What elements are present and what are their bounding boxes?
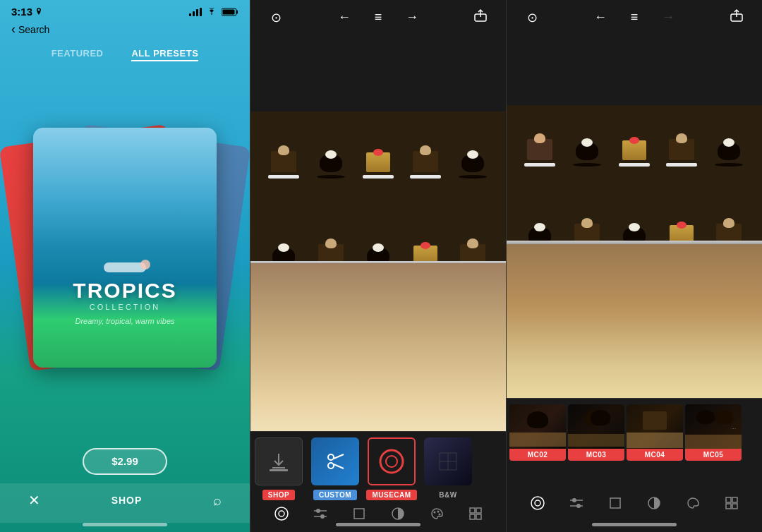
custom-thumb xyxy=(311,437,359,485)
layout-tool[interactable] xyxy=(468,506,483,525)
filter-circle-tool-2[interactable] xyxy=(530,495,545,514)
svg-rect-29 xyxy=(476,508,481,513)
thumb-mc02[interactable]: MC02 xyxy=(509,404,566,461)
back-arrow-icon[interactable]: ← xyxy=(333,10,356,25)
editor2-top-bar: ⊙ ← ≡ → xyxy=(507,0,762,32)
card-text: TROPICS COLLECTION Dreamy, tropical, war… xyxy=(33,280,217,325)
share-svg-2 xyxy=(730,8,744,23)
svg-rect-45 xyxy=(732,504,737,509)
svg-point-12 xyxy=(380,450,403,473)
svg-rect-23 xyxy=(354,509,364,519)
battery-icon xyxy=(222,8,238,16)
layout-tool-2[interactable] xyxy=(724,495,739,514)
svg-rect-28 xyxy=(470,508,475,513)
location-icon xyxy=(35,8,42,16)
svg-rect-31 xyxy=(476,514,481,519)
thumb-mc05-label: MC05 xyxy=(685,449,742,461)
color-tool[interactable] xyxy=(429,506,445,525)
svg-point-17 xyxy=(275,507,288,520)
food-item-5 xyxy=(452,92,493,179)
color-tool-2[interactable] xyxy=(685,495,701,514)
food-item-3 xyxy=(358,92,399,179)
presets-panel: 3:13 xyxy=(0,0,250,532)
filter-icon[interactable]: ≡ xyxy=(367,10,389,25)
preset-custom[interactable]: CUSTOM xyxy=(307,437,363,500)
share-icon-2[interactable] xyxy=(725,8,748,26)
sliders-tool-2[interactable] xyxy=(569,495,584,514)
preset-bw[interactable]: B&W xyxy=(420,437,476,500)
back-arrow-icon-2[interactable]: ← xyxy=(589,10,612,25)
thumb-mc04[interactable]: MC04 xyxy=(627,404,683,461)
close-icon[interactable]: ✕ xyxy=(28,492,40,509)
svg-rect-44 xyxy=(726,504,731,509)
svg-rect-30 xyxy=(470,514,475,519)
forward-arrow-icon-2: → xyxy=(657,10,679,25)
food-item-9 xyxy=(404,184,446,271)
check-circle-icon-2[interactable]: ⊙ xyxy=(521,10,543,25)
marble-floor xyxy=(250,263,506,431)
food-item-p3-9 xyxy=(660,172,702,252)
photo-display-area-2 xyxy=(507,32,762,398)
food-item-p3-7 xyxy=(567,172,608,252)
tone-tool[interactable] xyxy=(390,506,406,525)
filter-circle-tool[interactable] xyxy=(274,506,289,525)
card-tagline: Dreamy, tropical, warm vibes xyxy=(33,317,217,325)
sliders-tool[interactable] xyxy=(313,506,328,525)
back-navigation[interactable]: ‹ Search xyxy=(0,20,250,42)
preset-thumbnails-row: MC02 MC03 MC04 ··· xyxy=(507,398,762,490)
bw-thumb xyxy=(424,437,472,485)
food-item-2 xyxy=(310,92,352,179)
food-item-p3-10 xyxy=(708,172,749,252)
svg-point-26 xyxy=(437,511,439,513)
tropics-card[interactable]: TROPICS COLLECTION Dreamy, tropical, war… xyxy=(33,128,217,368)
svg-rect-40 xyxy=(610,498,620,508)
shop-button[interactable]: SHOP xyxy=(111,495,143,506)
thumb-mc03-label: MC03 xyxy=(568,449,624,461)
bw-pattern-icon xyxy=(437,450,459,473)
svg-point-34 xyxy=(531,497,544,509)
bw-label: B&W xyxy=(433,490,462,500)
crop-tool[interactable] xyxy=(351,506,367,525)
food-item-p3-1 xyxy=(519,87,561,167)
thumb-mc05[interactable]: ··· MC05 xyxy=(685,404,742,461)
svg-point-38 xyxy=(572,498,576,502)
back-chevron-icon: ‹ xyxy=(11,22,16,37)
svg-rect-1 xyxy=(236,10,238,13)
preset-musecam[interactable]: MUSECAM xyxy=(363,437,420,500)
home-indicator-2 xyxy=(336,523,421,526)
tab-featured[interactable]: FEATURED xyxy=(52,48,104,61)
thumb-mc04-label: MC04 xyxy=(627,449,683,461)
svg-point-13 xyxy=(386,456,397,467)
status-indicators xyxy=(189,8,238,16)
svg-line-10 xyxy=(334,454,344,459)
thumb-mc03[interactable]: MC03 xyxy=(568,404,624,461)
tone-tool-2[interactable] xyxy=(646,495,662,514)
crop-tool-2[interactable] xyxy=(607,495,623,514)
search-icon[interactable]: ⌕ xyxy=(213,492,222,509)
thumb-mc02-label: MC02 xyxy=(509,449,566,461)
price-button[interactable]: $2.99 xyxy=(83,448,167,475)
status-time: 3:13 xyxy=(11,6,42,18)
back-label: Search xyxy=(18,24,49,35)
food-item-7 xyxy=(310,184,352,271)
photo-display-area xyxy=(250,32,506,431)
preset-shop[interactable]: SHOP xyxy=(250,437,307,500)
svg-point-35 xyxy=(535,500,540,506)
food-items-grid xyxy=(263,92,493,272)
time-display: 3:13 xyxy=(11,6,32,18)
check-circle-icon[interactable]: ⊙ xyxy=(265,10,287,25)
share-icon[interactable] xyxy=(469,8,492,26)
photo-editor-panel-2: ⊙ ← ≡ → xyxy=(506,0,762,532)
shop-label: SHOP xyxy=(262,490,295,500)
food-item-1 xyxy=(263,92,305,179)
filter-icon-2[interactable]: ≡ xyxy=(623,10,646,25)
musecam-thumb xyxy=(368,437,416,485)
svg-rect-42 xyxy=(726,497,731,502)
presets-scroll-row: SHOP CUSTOM xyxy=(250,432,506,500)
svg-line-11 xyxy=(334,464,344,468)
forward-arrow-icon[interactable]: → xyxy=(401,10,423,25)
tab-all-presets[interactable]: ALL PRESETS xyxy=(131,48,198,61)
shop-download-icon xyxy=(268,451,289,472)
svg-point-22 xyxy=(320,514,325,519)
svg-rect-43 xyxy=(732,497,737,502)
